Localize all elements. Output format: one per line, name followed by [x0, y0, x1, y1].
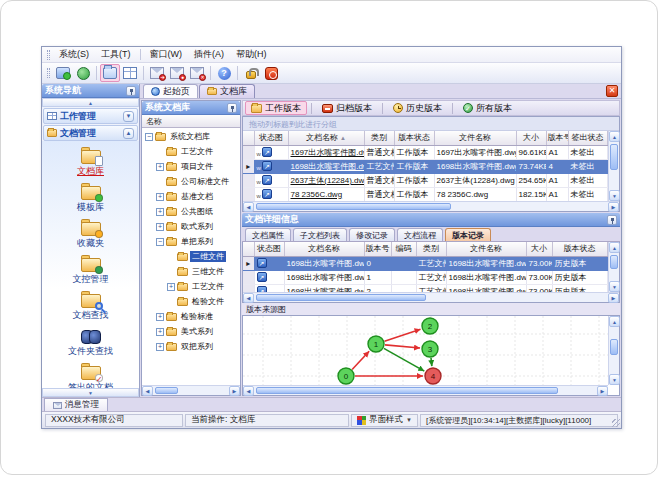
tree-node[interactable]: 公司标准文件	[142, 174, 240, 189]
scroll-up-icon[interactable]: ▲	[609, 242, 620, 253]
version-graph-canvas[interactable]: 01234	[243, 316, 609, 395]
menu-item[interactable]: 插件(A)	[188, 47, 230, 62]
horizontal-scrollbar[interactable]: ◀ ▶	[243, 201, 619, 211]
tree-node[interactable]: +检验标准	[142, 309, 240, 324]
sidebar-item-doc-control[interactable]: 文控管理	[46, 255, 136, 286]
tree-node[interactable]: +公共图纸	[142, 204, 240, 219]
table-row[interactable]: ▸↗1698出水嘴零件图.dwg0工艺文件1698出水嘴零件图.dwg73.00…	[243, 256, 607, 270]
column-header[interactable]: 版本状态	[552, 242, 607, 256]
mail-error-button[interactable]: ✕	[187, 64, 207, 82]
button-工作版本[interactable]: 工作版本	[245, 101, 307, 115]
mail-send-button[interactable]: ➔	[147, 64, 167, 82]
menu-item[interactable]: 窗口(W)	[144, 47, 189, 62]
scroll-left-icon[interactable]: ◀	[243, 202, 254, 212]
plus-expander-icon[interactable]: +	[156, 343, 164, 351]
plus-expander-icon[interactable]: +	[156, 328, 164, 336]
horizontal-scrollbar[interactable]: ◀ ▶	[142, 385, 240, 395]
minus-expander-icon[interactable]: −	[145, 133, 153, 141]
sidebar-item-template-library[interactable]: 模板库	[46, 183, 136, 214]
sidebar-group-doc[interactable]: 文档管理 ▲	[43, 125, 138, 141]
mail-receive-button[interactable]: ●	[167, 64, 187, 82]
sidebar-item-checked-out-docs[interactable]: 签出的文档	[46, 363, 136, 388]
vertical-scrollbar[interactable]: ▲ ▼	[608, 131, 619, 201]
table-row[interactable]: ▸w↗1698出水嘴零件图.dwg工艺文件工作版本1698出水嘴零件图.dwg7…	[243, 159, 607, 173]
tree-node[interactable]: −单把系列	[142, 234, 240, 249]
sidebar-group-work[interactable]: 工作管理 ▼	[43, 108, 138, 124]
pin-icon[interactable]	[227, 103, 237, 113]
sidebar-item-doc-search[interactable]: 文档查找	[46, 291, 136, 322]
power-button[interactable]	[261, 64, 281, 82]
scroll-right-icon[interactable]: ▶	[608, 293, 619, 303]
detail-tab-子文档列表[interactable]: 子文档列表	[293, 228, 347, 241]
scroll-up-icon[interactable]: ▲	[609, 316, 620, 327]
grid-window-button[interactable]	[120, 64, 140, 82]
horizontal-scrollbar[interactable]: ◀ ▶	[243, 385, 608, 395]
resize-grip[interactable]	[612, 419, 620, 427]
doc-name-link[interactable]: 1698出水嘴零件图.dwg	[288, 159, 364, 173]
chevron-up-icon[interactable]: ▲	[123, 128, 134, 139]
column-header[interactable]: 状态图	[254, 131, 288, 145]
table-row[interactable]: ↗1698出水嘴零件图.dwg1工艺文件1698出水嘴零件图.dwg73.00K…	[243, 270, 607, 284]
column-header[interactable]: 类别	[416, 242, 446, 256]
chevron-down-icon[interactable]: ▼	[123, 111, 134, 122]
help-button[interactable]: ?	[214, 64, 234, 82]
menu-item[interactable]: 工具(T)	[95, 47, 137, 62]
pin-icon[interactable]	[607, 215, 617, 225]
tree-node[interactable]: +工艺文件	[142, 279, 240, 294]
vertical-scrollbar[interactable]: ▲ ▼	[608, 316, 619, 385]
menu-item[interactable]: 系统(S)	[53, 47, 95, 62]
tree-node[interactable]: 三维文件	[142, 264, 240, 279]
doc-name-link[interactable]: 1697出水嘴零件图.dwg	[288, 145, 364, 159]
table-row[interactable]: w↗2637主体(12284).dwg普通文档工作版本2637主体(12284)…	[243, 173, 607, 187]
column-header[interactable]: 文件名称	[434, 131, 516, 145]
plus-expander-icon[interactable]: +	[156, 313, 164, 321]
tree-node[interactable]: 二维文件	[142, 249, 240, 264]
plus-expander-icon[interactable]: +	[156, 163, 164, 171]
plus-expander-icon[interactable]: +	[156, 208, 164, 216]
column-header[interactable]: 大小	[516, 131, 546, 145]
sidebar-item-favorites[interactable]: 收藏夹	[46, 219, 136, 250]
column-header[interactable]: 签出状态	[568, 131, 607, 145]
table-row[interactable]: w↗1697出水嘴零件图.dwg普通文档工作版本1697出水嘴零件图.dwg96…	[243, 145, 607, 159]
column-header[interactable]: 文件名称	[446, 242, 526, 256]
tree-node[interactable]: −系统文档库	[142, 129, 240, 144]
folder-window-button[interactable]	[100, 64, 120, 82]
tree-column-header[interactable]: 名称	[142, 115, 240, 128]
vertical-scrollbar[interactable]: ▲ ▼	[608, 242, 619, 292]
scroll-down-icon[interactable]: ▼	[609, 281, 620, 292]
doc-name-link[interactable]: 78 2356C.dwg	[288, 187, 364, 201]
detail-tab-文档流程[interactable]: 文档流程	[397, 228, 443, 241]
scroll-left-icon[interactable]: ◀	[142, 386, 153, 396]
column-header[interactable]: 版本号	[546, 131, 568, 145]
minus-expander-icon[interactable]: −	[156, 238, 164, 246]
sidebar-item-document-library[interactable]: 文档库	[46, 147, 136, 178]
column-header[interactable]: 状态图	[254, 242, 284, 256]
button-历史版本[interactable]: 历史版本	[387, 101, 448, 115]
scroll-down-icon[interactable]: ▼	[609, 190, 620, 201]
menu-item[interactable]: 帮助(H)	[230, 47, 273, 62]
scroll-right-icon[interactable]: ▶	[608, 202, 619, 212]
globe-button[interactable]	[73, 64, 93, 82]
tree-node[interactable]: +双把系列	[142, 339, 240, 354]
tree-node[interactable]: +美式系列	[142, 324, 240, 339]
sidebar-scroll-down[interactable]: ▼	[42, 388, 139, 397]
ui-style-dropdown[interactable]: 界面样式 ▼	[351, 414, 418, 427]
column-header[interactable]: 文档名称	[284, 242, 364, 256]
detail-tab-文档属性[interactable]: 文档属性	[245, 228, 291, 241]
horizontal-scrollbar[interactable]: ◀ ▶	[243, 292, 619, 302]
doc-name-link[interactable]: 2637主体(12284).dwg	[288, 173, 364, 187]
scroll-right-icon[interactable]: ▶	[229, 386, 240, 396]
scroll-left-icon[interactable]: ◀	[243, 293, 254, 303]
plus-expander-icon[interactable]: +	[156, 223, 164, 231]
column-header[interactable]: 版本号	[364, 242, 391, 256]
column-header[interactable]: 版本状态	[394, 131, 434, 145]
pin-icon[interactable]	[126, 86, 136, 96]
tab-message-management[interactable]: 消息管理	[44, 398, 108, 411]
column-header[interactable]: 编码	[391, 242, 416, 256]
scroll-up-icon[interactable]: ▲	[609, 131, 620, 142]
tab-起始页[interactable]: 起始页	[143, 84, 198, 98]
tree-node[interactable]: 检验文件	[142, 294, 240, 309]
scroll-down-icon[interactable]: ▼	[609, 374, 620, 385]
sidebar-scroll-up[interactable]: ▲	[42, 98, 139, 107]
scroll-left-icon[interactable]: ◀	[243, 386, 254, 396]
